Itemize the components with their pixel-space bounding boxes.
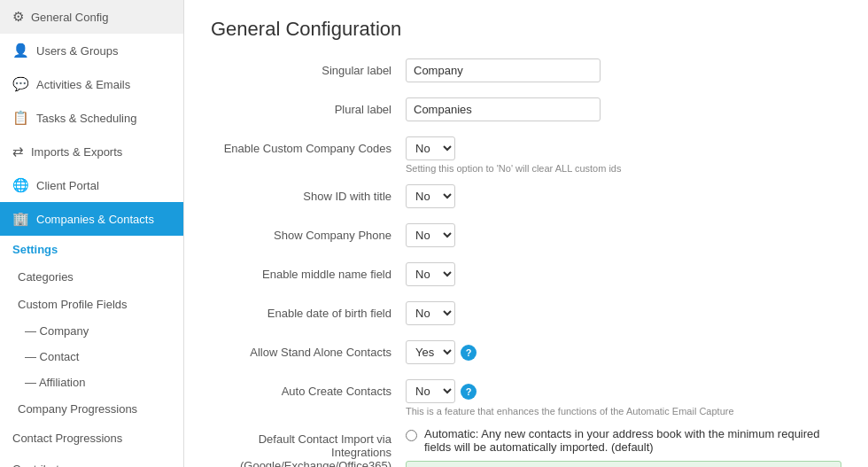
- company-phone-label: Show Company Phone: [211, 223, 406, 242]
- stand-alone-row: Allow Stand Alone Contacts Yes No ?: [211, 340, 841, 369]
- middle-name-row: Enable middle name field No Yes: [211, 262, 841, 291]
- sidebar-item-activities-emails[interactable]: 💬 Activities & Emails: [0, 67, 183, 101]
- middle-name-control: No Yes: [406, 262, 841, 286]
- import-automatic-label: Automatic: Any new contacts in your addr…: [424, 427, 841, 454]
- import-automatic-option: Automatic: Any new contacts in your addr…: [406, 427, 841, 454]
- sidebar-item-imports-exports[interactable]: ⇄ Imports & Exports: [0, 135, 183, 168]
- import-automatic-radio[interactable]: [406, 430, 417, 441]
- main-content: General Configuration Singular label Plu…: [184, 0, 868, 467]
- contributors-label: Contributors: [12, 463, 75, 467]
- import-row: Default Contact Import via Integrations …: [211, 427, 841, 467]
- users-icon: 👤: [12, 43, 29, 58]
- auto-create-select[interactable]: No Yes: [406, 379, 455, 403]
- plural-label-input[interactable]: [406, 97, 601, 121]
- singular-label-control: [406, 58, 841, 82]
- middle-name-label: Enable middle name field: [211, 262, 406, 281]
- custom-codes-select[interactable]: No Yes: [406, 136, 455, 160]
- sidebar-item-general-config[interactable]: ⚙ General Config: [0, 0, 183, 34]
- auto-create-label: Auto Create Contacts: [211, 379, 406, 398]
- sidebar-contact-progressions[interactable]: Contact Progressions: [0, 423, 183, 454]
- portal-icon: 🌐: [12, 177, 29, 193]
- sidebar-indent-company[interactable]: — Company: [0, 318, 183, 344]
- sidebar-item-label: Activities & Emails: [36, 78, 130, 91]
- auto-create-hint: This is a feature that enhances the func…: [406, 406, 841, 416]
- import-options-control: Automatic: Any new contacts in your addr…: [406, 427, 841, 467]
- plural-label-row: Plural label: [211, 97, 841, 126]
- singular-label-text: Singular label: [211, 58, 406, 77]
- show-id-label: Show ID with title: [211, 184, 406, 203]
- custom-codes-hint: Setting this option to 'No' will clear A…: [406, 163, 841, 174]
- middle-name-select[interactable]: No Yes: [406, 262, 455, 286]
- sidebar-item-companies-contacts[interactable]: 🏢 Companies & Contacts: [0, 202, 183, 236]
- sidebar-indent-affiliation[interactable]: — Affiliation: [0, 370, 183, 395]
- sidebar-item-label: Client Portal: [36, 179, 99, 192]
- dob-label: Enable date of birth field: [211, 301, 406, 320]
- sidebar-item-client-portal[interactable]: 🌐 Client Portal: [0, 168, 183, 202]
- sidebar-sub-settings[interactable]: Settings: [0, 236, 183, 263]
- company-phone-select[interactable]: No Yes: [406, 223, 455, 247]
- custom-codes-row: Enable Custom Company Codes No Yes Setti…: [211, 136, 841, 174]
- stand-alone-help-icon[interactable]: ?: [461, 345, 477, 361]
- dob-row: Enable date of birth field No Yes: [211, 301, 841, 330]
- sidebar-item-label: Users & Groups: [36, 44, 118, 58]
- sidebar-indent-contact[interactable]: — Contact: [0, 344, 183, 370]
- config-form: Singular label Plural label Enable Custo…: [211, 58, 841, 467]
- custom-codes-control: No Yes Setting this option to 'No' will …: [406, 136, 841, 174]
- singular-label-row: Singular label: [211, 58, 841, 87]
- custom-codes-label: Enable Custom Company Codes: [211, 136, 406, 155]
- import-label: Default Contact Import via Integrations …: [211, 427, 406, 467]
- config-icon: ⚙: [12, 9, 24, 25]
- auto-create-control: No Yes ? This is a feature that enhances…: [406, 379, 841, 416]
- sidebar-item-label: Imports & Exports: [31, 145, 122, 159]
- plural-label-text: Plural label: [211, 97, 406, 116]
- stand-alone-control: Yes No ?: [406, 340, 841, 364]
- sidebar-contributors[interactable]: Contributors ▼: [0, 454, 183, 467]
- singular-label-input[interactable]: [406, 58, 601, 82]
- imports-icon: ⇄: [12, 144, 24, 160]
- show-id-control: No Yes: [406, 184, 841, 208]
- sidebar-item-label: General Config: [31, 11, 108, 24]
- sidebar-company-progressions[interactable]: Company Progressions: [0, 395, 183, 423]
- dob-control: No Yes: [406, 301, 841, 325]
- sidebar: ⚙ General Config 👤 Users & Groups 💬 Acti…: [0, 0, 184, 467]
- company-phone-control: No Yes: [406, 223, 841, 247]
- sidebar-item-label: Tasks & Scheduling: [36, 112, 136, 125]
- sidebar-item-users-groups[interactable]: 👤 Users & Groups: [0, 34, 183, 67]
- company-phone-row: Show Company Phone No Yes: [211, 223, 841, 252]
- sidebar-item-label: Companies & Contacts: [36, 213, 154, 226]
- contact-progressions-label: Contact Progressions: [12, 432, 122, 445]
- sidebar-sub-custom-profile-fields[interactable]: Custom Profile Fields: [0, 291, 183, 318]
- tasks-icon: 📋: [12, 110, 29, 126]
- stand-alone-select[interactable]: Yes No: [406, 340, 455, 364]
- dob-select[interactable]: No Yes: [406, 301, 455, 325]
- show-id-row: Show ID with title No Yes: [211, 184, 841, 213]
- import-wizard-option: Wizard: Any new contacts imported from y…: [406, 461, 841, 467]
- auto-create-row: Auto Create Contacts No Yes ? This is a …: [211, 379, 841, 416]
- plural-label-control: [406, 97, 841, 121]
- auto-create-inline: No Yes ?: [406, 379, 477, 403]
- email-icon: 💬: [12, 76, 29, 92]
- sidebar-sub-categories[interactable]: Categories: [0, 263, 183, 291]
- sidebar-item-tasks-scheduling[interactable]: 📋 Tasks & Scheduling: [0, 101, 183, 135]
- stand-alone-inline: Yes No ?: [406, 340, 477, 364]
- page-title: General Configuration: [211, 18, 841, 41]
- stand-alone-label: Allow Stand Alone Contacts: [211, 340, 406, 359]
- company-icon: 🏢: [12, 211, 29, 227]
- auto-create-help-icon[interactable]: ?: [461, 384, 477, 400]
- show-id-select[interactable]: No Yes: [406, 184, 455, 208]
